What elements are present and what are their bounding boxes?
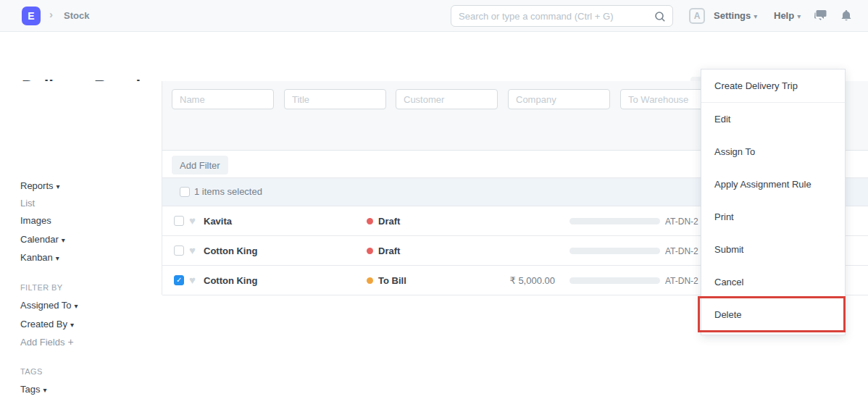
settings-menu[interactable]: Settings▾	[714, 10, 757, 21]
sidebar-item-label: Kanban	[20, 252, 53, 263]
search-icon[interactable]	[654, 11, 666, 25]
status-dot	[367, 248, 373, 254]
chevron-down-icon: ▾	[754, 12, 757, 20]
sidebar-item-tags[interactable]: Tags▾	[20, 384, 47, 395]
bell-icon[interactable]	[840, 9, 853, 25]
global-search	[451, 5, 673, 27]
settings-label: Settings	[714, 10, 751, 21]
menu-item-edit[interactable]: Edit	[701, 103, 845, 135]
sidebar-item-label: List	[20, 198, 35, 209]
chevron-down-icon: ▾	[62, 236, 65, 244]
breadcrumb[interactable]: Stock	[64, 10, 89, 21]
filter-by-heading: FILTER BY	[20, 283, 62, 292]
sidebar-item-label: Reports	[20, 180, 54, 191]
app-window: E › Stock A Settings▾ Help▾ Delivery Rec…	[0, 0, 868, 399]
status-badge: Draft	[378, 245, 400, 256]
breadcrumb-chevron-icon: ›	[49, 8, 53, 20]
search-input[interactable]	[459, 6, 651, 26]
sidebar-item-calendar[interactable]: Calendar▾	[20, 234, 65, 245]
sidebar-item-reports[interactable]: Reports▾	[20, 180, 60, 191]
chevron-down-icon: ▾	[57, 182, 60, 190]
sidebar-item-label: Assigned To	[20, 300, 72, 311]
row-amount: ₹ 5,000.00	[467, 275, 555, 286]
chevron-down-icon: ▾	[70, 321, 74, 329]
selection-summary: 1 items selected	[194, 186, 262, 197]
plus-icon: +	[67, 336, 73, 348]
status-badge: To Bill	[378, 275, 406, 286]
sidebar-item-images[interactable]: Images	[20, 215, 51, 226]
progress-bar	[569, 277, 660, 284]
sidebar-item-assigned-to[interactable]: Assigned To▾	[20, 300, 78, 311]
sidebar-item-kanban[interactable]: Kanban▾	[20, 252, 59, 263]
select-all-checkbox[interactable]	[180, 187, 190, 197]
menu-item-assign-to[interactable]: Assign To	[701, 135, 845, 168]
row-id: AT-DN-2	[665, 246, 698, 256]
row-checkbox[interactable]	[174, 216, 184, 226]
sidebar-item-label: Add Fields	[20, 337, 64, 348]
like-icon[interactable]: ♥	[189, 244, 196, 256]
chevron-down-icon: ▾	[797, 12, 801, 20]
status-dot	[367, 277, 373, 284]
sidebar-item-add-fields[interactable]: Add Fields+	[20, 336, 74, 348]
row-title[interactable]: Cotton King	[204, 275, 257, 286]
add-filter-button[interactable]: Add Filter	[172, 156, 228, 175]
menu-item-cancel[interactable]: Cancel	[701, 266, 845, 298]
sidebar-item-list[interactable]: List	[20, 198, 35, 209]
progress-bar	[569, 218, 660, 224]
row-title[interactable]: Cotton King	[204, 245, 257, 256]
sidebar-item-label: Tags	[20, 384, 40, 395]
menu-item-create-delivery-trip[interactable]: Create Delivery Trip	[701, 70, 845, 102]
progress-bar	[569, 248, 660, 254]
row-title[interactable]: Kavita	[204, 216, 232, 227]
sidebar: Reports▾ List Images Calendar▾ Kanban▾ F…	[0, 81, 162, 399]
avatar[interactable]: A	[689, 8, 705, 24]
sidebar-item-label: Images	[20, 215, 51, 226]
row-checkbox[interactable]	[174, 275, 184, 285]
status-badge: Draft	[378, 216, 400, 227]
chevron-down-icon: ▾	[56, 254, 59, 262]
menu-item-apply-assignment-rule[interactable]: Apply Assignment Rule	[701, 168, 845, 201]
chevron-down-icon: ▾	[43, 386, 46, 394]
sidebar-item-created-by[interactable]: Created By▾	[20, 319, 74, 329]
menu-item-submit[interactable]: Submit	[701, 233, 845, 266]
help-label: Help	[774, 10, 794, 21]
chat-icon[interactable]	[813, 9, 827, 25]
sidebar-item-label: Created By	[20, 319, 67, 329]
row-id: AT-DN-2	[665, 217, 698, 227]
menu-item-delete[interactable]: Delete	[701, 298, 845, 331]
top-navbar: E › Stock A Settings▾ Help▾	[0, 0, 868, 32]
tags-heading: TAGS	[20, 367, 43, 376]
filter-field-customer[interactable]	[396, 89, 498, 109]
actions-dropdown-menu: Create Delivery Trip Edit Assign To Appl…	[701, 69, 846, 335]
app-logo[interactable]: E	[22, 7, 41, 25]
chevron-down-icon: ▾	[75, 302, 78, 310]
row-checkbox[interactable]	[174, 245, 184, 256]
like-icon[interactable]: ♥	[189, 214, 196, 227]
status-dot	[367, 218, 373, 224]
filter-field-title[interactable]	[284, 89, 386, 109]
row-id: AT-DN-2	[665, 276, 698, 286]
sidebar-item-label: Calendar	[20, 234, 59, 245]
filter-field-name[interactable]	[172, 89, 274, 109]
help-menu[interactable]: Help▾	[774, 10, 801, 21]
menu-item-print[interactable]: Print	[701, 201, 845, 233]
like-icon[interactable]: ♥	[189, 274, 196, 286]
filter-field-company[interactable]	[508, 89, 610, 109]
